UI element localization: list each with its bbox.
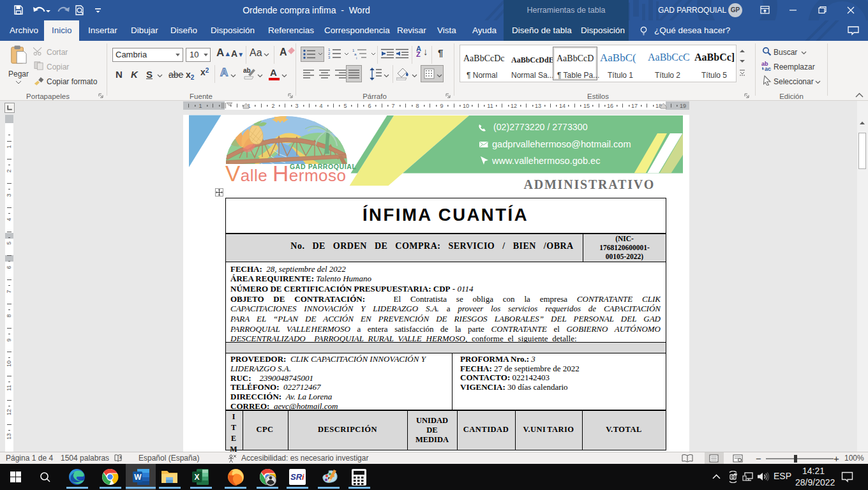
svg-text:ac: ac <box>765 66 771 71</box>
svg-text:10: 10 <box>6 360 12 367</box>
svg-text:9: 9 <box>440 103 443 109</box>
svg-text:gadprvallehermoso@hotmail.com: gadprvallehermoso@hotmail.com <box>492 139 631 149</box>
svg-text:3: 3 <box>6 193 12 197</box>
svg-text:2: 2 <box>6 169 12 172</box>
svg-text:2: 2 <box>271 103 274 109</box>
svg-text:6: 6 <box>6 265 12 269</box>
svg-text:17: 17 <box>631 103 638 109</box>
svg-text:5: 5 <box>343 103 347 109</box>
svg-text:9: 9 <box>6 338 12 341</box>
svg-text:4: 4 <box>319 103 322 109</box>
svg-text:3: 3 <box>295 103 298 109</box>
svg-text:W: W <box>134 473 142 482</box>
svg-text:10: 10 <box>463 103 469 109</box>
svg-text:7: 7 <box>6 290 12 293</box>
svg-text:(02)2773220 / 2773300: (02)2773220 / 2773300 <box>493 122 588 132</box>
svg-text:12: 12 <box>511 103 517 109</box>
svg-text:14: 14 <box>559 103 565 109</box>
svg-text:www.vallehermoso.gob.ec: www.vallehermoso.gob.ec <box>491 156 601 166</box>
svg-text:i: i <box>356 56 357 59</box>
svg-text:X: X <box>195 473 200 482</box>
svg-text:3: 3 <box>328 56 331 59</box>
svg-text:1: 1 <box>6 145 12 148</box>
svg-text:6: 6 <box>368 103 371 109</box>
svg-text:12: 12 <box>6 409 12 415</box>
svg-text:11: 11 <box>6 385 12 390</box>
svg-text:8: 8 <box>415 103 419 109</box>
svg-text:5: 5 <box>6 241 12 244</box>
svg-text:8: 8 <box>6 314 12 317</box>
svg-text:16: 16 <box>607 103 613 109</box>
svg-text:x: x <box>119 455 122 459</box>
svg-text:15: 15 <box>583 103 590 109</box>
svg-text:ab: ab <box>243 67 251 74</box>
svg-text:13: 13 <box>6 433 12 440</box>
svg-text:13: 13 <box>535 103 541 109</box>
svg-text:4: 4 <box>6 218 12 221</box>
svg-text:7: 7 <box>391 103 394 109</box>
svg-text:1: 1 <box>198 103 202 109</box>
svg-text:11: 11 <box>487 103 493 109</box>
svg-text:19: 19 <box>680 103 686 109</box>
